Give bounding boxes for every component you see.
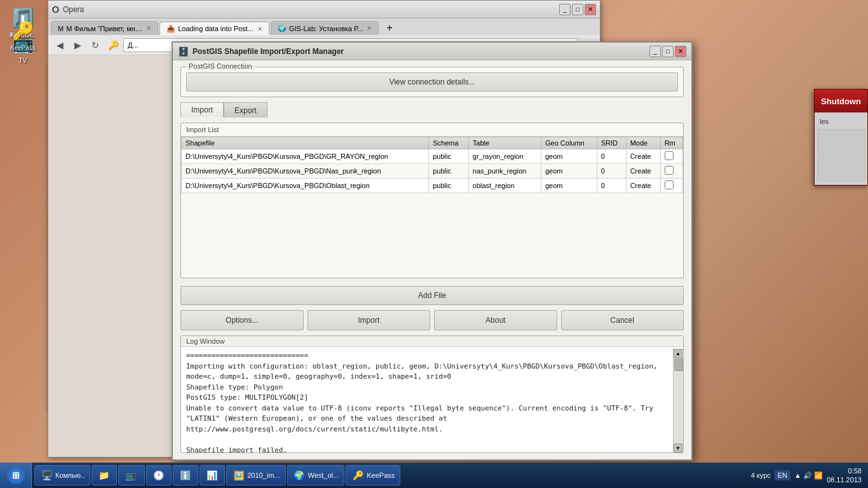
table-row: D:\Universyty\4_Kurs\PBGD\Kursova_PBGD\O… [182,179,683,193]
options-btn[interactable]: Options... [180,310,304,330]
start-button[interactable]: ⊞ [0,463,32,488]
browser-title: Opera [63,5,559,14]
opera-icon: O [52,4,59,15]
browser-close-btn[interactable]: ✕ [585,4,596,15]
taskbar-lang[interactable]: EN [775,470,790,480]
browser-forward-btn[interactable]: ▶ [70,37,85,53]
scrollbar-thumb[interactable] [674,358,683,371]
row1-schema[interactable]: public [429,149,469,164]
row2-schema[interactable]: public [429,164,469,179]
cancel-btn[interactable]: Cancel [561,310,684,330]
row3-schema[interactable]: public [429,179,469,193]
taskbar-tv-icon: 📺 [124,469,137,482]
postgis-table-wrapper[interactable]: Shapefile Schema Table Geo Column SRID M… [181,137,683,278]
postgis-close-btn[interactable]: ✕ [675,46,686,57]
postgis-tabbar: Import Export [180,102,684,118]
taskbar-image-icon: 🖼️ [232,469,245,482]
row3-geo-column: geom [541,179,597,193]
browser-tab-2-close[interactable]: ✕ [257,25,262,32]
browser-tab-1-close[interactable]: ✕ [146,25,151,32]
postgis-log-title: Log Window [181,336,683,347]
row3-shapefile[interactable]: D:\Universyty\4_Kurs\PBGD\Kursova_PBGD\O… [182,179,429,193]
row2-rm-checkbox[interactable] [665,166,674,175]
col-geo-column: Geo Column [541,137,597,149]
browser-tab-3[interactable]: 🌍 GIS-Lab: Установка Р... ✕ [271,21,379,35]
browser-tab-1[interactable]: М М Фильм "Привет, мне ... ✕ [51,21,158,35]
row3-srid[interactable]: 0 [597,179,626,193]
taskbar-item-folder[interactable]: 📁 [92,465,117,485]
new-tab-btn[interactable]: + [380,21,398,35]
taskbar-item-3[interactable]: 🕐 [146,465,172,485]
taskbar-time: 0:58 [827,466,862,475]
taskbar-excel-icon: 📊 [205,469,218,482]
scrollbar-down-arrow[interactable]: ▼ [674,444,682,452]
import-btn[interactable]: Import [308,310,431,330]
postgis-title: PostGIS Shapefile Import/Export Manager [193,47,649,56]
postgis-tab-export[interactable]: Export [224,102,268,118]
shutdown-btn[interactable]: Shutdown [815,90,867,112]
browser-tab-2[interactable]: 📥 Loading data into Post... ✕ [159,22,269,36]
row2-shapefile[interactable]: D:\Universyty\4_Kurs\PBGD\Kursova_PBGD\N… [182,164,429,179]
desktop: 🖥️ Компью.. 🗑️ Корзин.. 📺 TV 🕐 ℹ️ 🎵 VLC … [0,0,868,488]
taskbar-icon-1: 🖥️ [40,469,53,482]
desktop-icon-keepass-sidebar[interactable]: 🔑 KeePass [3,18,43,51]
row2-table[interactable]: nas_punk_region [468,164,541,179]
postgis-log-body[interactable]: ============================= Importing … [181,347,683,452]
browser-minimize-btn[interactable]: _ [559,4,571,15]
row1-mode[interactable]: Create [626,149,660,164]
postgis-log-container: Log Window =============================… [180,336,684,453]
row3-table[interactable]: oblast_region [468,179,541,193]
browser-refresh-btn[interactable]: ↻ [88,37,103,53]
browser-tab-3-close[interactable]: ✕ [367,25,372,32]
shutdown-panel-area-2 [817,156,865,181]
row2-rm[interactable] [660,164,682,179]
shutdown-panel-area [817,129,865,154]
taskbar-item-4[interactable]: ℹ️ [173,465,198,485]
view-connection-btn[interactable]: View connection details... [186,72,678,92]
tv-icon-label: TV [19,57,27,64]
postgis-action-buttons: Options... Import About Cancel [180,310,684,330]
add-file-btn[interactable]: Add File [180,286,684,305]
row1-table[interactable]: gr_rayon_region [468,149,541,164]
taskbar-clock[interactable]: 0:58 08.11.2013 [827,466,862,485]
postgis-minimize-btn[interactable]: _ [649,46,661,57]
taskbar-item-image[interactable]: 🖼️ 2010_im... [226,465,285,485]
postgis-icon: 🗄️ [178,46,189,57]
taskbar-item-tv[interactable]: 📺 [118,465,145,485]
taskbar-west-icon: 🌍 [293,469,306,482]
row3-rm-checkbox[interactable] [665,180,674,189]
browser-maximize-btn[interactable]: □ [572,4,583,15]
row1-rm-checkbox[interactable] [665,151,674,160]
row3-rm[interactable] [660,179,682,193]
col-mode: Mode [626,137,660,149]
taskbar: ⊞ 🖥️ Компью.. 📁 📺 🕐 ℹ️ 📊 [0,463,868,488]
row1-rm[interactable] [660,149,682,164]
row1-srid[interactable]: 0 [597,149,626,164]
about-btn[interactable]: About [434,310,557,330]
postgis-log-scrollbar[interactable]: ▲ ▼ [673,349,683,452]
taskbar-item-excel[interactable]: 📊 [200,465,225,485]
row2-srid[interactable]: 0 [597,164,626,179]
browser-titlebar[interactable]: O Opera _ □ ✕ [48,1,600,18]
row3-mode[interactable]: Create [626,179,660,193]
postgis-maximize-btn[interactable]: □ [662,46,674,57]
postgis-tab-import[interactable]: Import [180,102,224,118]
postgis-titlebar[interactable]: 🗄️ PostGIS Shapefile Import/Export Manag… [173,43,691,60]
taskbar-item-west[interactable]: 🌍 West_ol... [287,465,345,485]
shutdown-list-item-1[interactable]: les [815,115,867,128]
browser-back-btn[interactable]: ◀ [52,37,67,53]
scrollbar-up-arrow[interactable]: ▲ [674,349,682,358]
postgis-connection-title: PostGIS Connection [186,62,255,70]
row2-mode[interactable]: Create [626,164,660,179]
row1-geo-column: geom [541,149,597,164]
taskbar-item-keepass[interactable]: 🔑 KeePass [346,465,400,485]
col-srid: SRID [597,137,626,149]
table-row: D:\Universyty\4_Kurs\PBGD\Kursova_PBGD\G… [182,149,683,164]
start-icon: ⊞ [7,466,25,484]
table-row: D:\Universyty\4_Kurs\PBGD\Kursova_PBGD\N… [182,164,683,179]
row1-shapefile[interactable]: D:\Universyty\4_Kurs\PBGD\Kursova_PBGD\G… [182,149,429,164]
postgis-dialog: 🗄️ PostGIS Shapefile Import/Export Manag… [172,41,693,461]
taskbar-item-1[interactable]: 🖥️ Компью.. [34,465,90,485]
browser-key-btn[interactable]: 🔑 [105,37,121,53]
taskbar-course: 4 курс [751,471,771,479]
